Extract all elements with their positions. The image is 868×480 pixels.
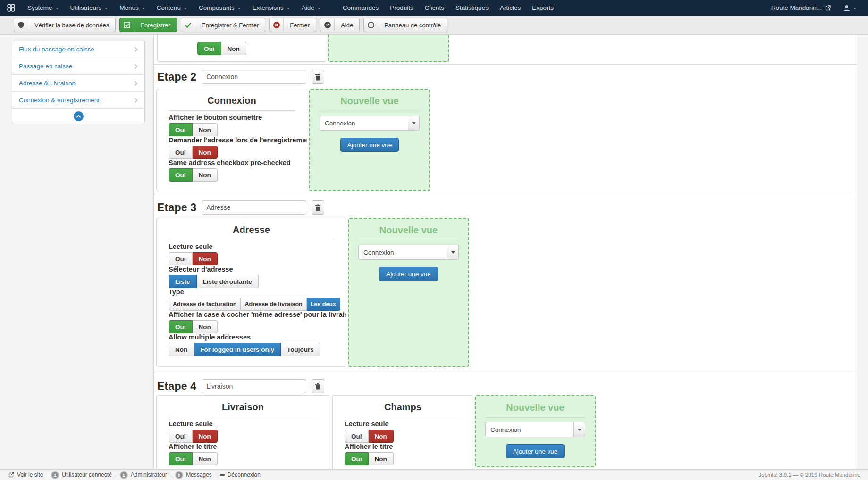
toggle-oui[interactable]: Oui [169, 252, 193, 265]
add-view-button[interactable]: Ajouter une vue [379, 267, 438, 281]
delete-step-4-button[interactable] [312, 379, 324, 393]
verify-database-button[interactable]: Vérifier la base de données [14, 18, 116, 32]
settings-rows: Afficher le bouton soumettreOuiNonDemand… [169, 111, 295, 182]
toggle-group: OuiNon [345, 430, 394, 443]
toggle-adresse-de-facturation[interactable]: Adresse de facturation [169, 298, 241, 311]
toggle-group: OuiNon [169, 452, 218, 465]
toggle-liste[interactable]: Liste [169, 275, 197, 288]
toggle-oui[interactable]: Oui [345, 430, 369, 443]
toggle-adresse-de-livraison[interactable]: Adresse de livraison [241, 298, 306, 311]
toggle-non[interactable]: Non [193, 252, 218, 265]
help-button[interactable]: ? Aide [320, 18, 360, 32]
add-view-button[interactable]: Ajouter une vue [506, 444, 565, 458]
sidebar-collapse-button[interactable] [12, 109, 144, 124]
menu-exports[interactable]: Exports [526, 0, 559, 16]
view-select-caret-button[interactable] [408, 116, 420, 131]
toggle-oui[interactable]: Oui [169, 452, 193, 465]
menu-clients[interactable]: Clients [419, 0, 450, 16]
view-select-value[interactable]: Connexion [320, 116, 408, 131]
setting-row: TypeAdresse de facturationAdresse de liv… [169, 288, 334, 311]
step-2-title: Etape 2 [157, 71, 196, 83]
toggle-oui[interactable]: Oui [345, 452, 369, 465]
delete-step-3-button[interactable] [312, 200, 324, 215]
site-preview-link[interactable]: Route Mandarin... [766, 0, 836, 16]
toggle-oui[interactable]: Oui [197, 42, 221, 55]
status-administrateur: 1Administrateur [116, 471, 171, 479]
sidebar-item-passage-en-caisse[interactable]: Passage en caisse [12, 58, 144, 75]
menu-articles[interactable]: Articles [494, 0, 526, 16]
delete-step-2-button[interactable] [312, 70, 324, 84]
menu-composants[interactable]: Composants [193, 0, 247, 16]
view-select: Connexion [320, 116, 420, 131]
panel-title: Adresse [169, 224, 334, 235]
toggle-toujours[interactable]: Toujours [281, 343, 320, 356]
control-panel-button[interactable]: Panneau de contrôle [363, 18, 447, 32]
toggle-non[interactable]: Non [221, 42, 246, 55]
view-select-caret-button[interactable] [574, 422, 585, 437]
menu-label: Produits [390, 4, 413, 11]
toggle-group: OuiNon [169, 320, 218, 333]
step-4-name-input[interactable] [202, 379, 306, 393]
menu-utilisateurs[interactable]: Utilisateurs [65, 0, 114, 16]
sidebar-item-label: Flux du passage en caisse [19, 46, 94, 53]
view-select-value[interactable]: Connexion [485, 422, 574, 437]
toggle-non[interactable]: Non [369, 452, 394, 465]
toggle-group: OuiNon [197, 42, 246, 55]
save-and-close-button[interactable]: Enregistrer & Fermer [181, 18, 265, 32]
help-circle-icon: ? [320, 18, 335, 32]
toggle-oui[interactable]: Oui [169, 123, 193, 136]
setting-label: Sélecteur d'adresse [169, 265, 334, 273]
view-site-label: Voir le site [17, 472, 43, 478]
trash-icon [315, 74, 321, 81]
logout-link[interactable]: Déconnexion [216, 472, 264, 478]
sidebar-item-adresse-livraison[interactable]: Adresse & Livraison [12, 75, 144, 92]
setting-label: Same address checkbox pre-checked [169, 159, 295, 167]
sidebar-item-flux-du-passage-en-caisse[interactable]: Flux du passage en caisse [12, 41, 144, 58]
step-2-name-input[interactable] [202, 70, 306, 84]
sidebar-item-label: Passage en caisse [19, 63, 72, 70]
menu-extensions[interactable]: Extensions [247, 0, 296, 16]
toggle-oui[interactable]: Oui [169, 320, 193, 333]
view-select-caret-button[interactable] [447, 245, 459, 260]
setting-label: Afficher le titre [169, 443, 317, 451]
toggle-non[interactable]: Non [193, 430, 218, 443]
joomla-logo-icon[interactable] [0, 0, 22, 16]
menu-produits[interactable]: Produits [384, 0, 419, 16]
count-badge: 0 [175, 471, 183, 479]
toggle-liste-d-roulante[interactable]: Liste déroulante [197, 275, 259, 288]
power-circle-icon [364, 18, 378, 32]
toggle-oui[interactable]: Oui [169, 146, 193, 159]
joomla-admin-app: SystèmeUtilisateursMenusContenuComposant… [0, 0, 868, 480]
toggle-for-logged-in-users-only[interactable]: For logged in users only [194, 343, 281, 356]
sidebar-item-connexion-enregistrement[interactable]: Connexion & enregistrement [12, 92, 144, 109]
menu-statistiques[interactable]: Statistiques [450, 0, 494, 16]
toggle-oui[interactable]: Oui [169, 430, 193, 443]
toggle-non[interactable]: Non [193, 452, 218, 465]
save-button[interactable]: Enregistrer [119, 18, 177, 32]
menu-contenu[interactable]: Contenu [151, 0, 193, 16]
toggle-les-deux[interactable]: Les deux [307, 298, 340, 311]
toggle-non[interactable]: Non [193, 146, 218, 159]
menu-commandes[interactable]: Commandes [337, 0, 385, 16]
toggle-oui[interactable]: Oui [169, 168, 193, 182]
menu-menus[interactable]: Menus [114, 0, 151, 16]
toggle-non[interactable]: Non [193, 123, 218, 136]
user-menu[interactable] [836, 0, 863, 16]
sidebar: Flux du passage en caissePassage en cais… [12, 41, 145, 124]
menu-label: Statistiques [455, 4, 489, 11]
toggle-non[interactable]: Non [193, 320, 218, 333]
view-select-value[interactable]: Connexion [358, 245, 447, 260]
menu-aide[interactable]: Aide [296, 0, 327, 16]
status-label: Administrateur [131, 472, 167, 478]
view-site-link[interactable]: Voir le site [5, 472, 47, 478]
step-3-name-input[interactable] [202, 200, 306, 215]
toggle-non[interactable]: Non [369, 430, 394, 443]
close-button[interactable]: Fermer [269, 18, 316, 32]
menu-syst-me[interactable]: Système [22, 0, 65, 16]
add-view-button[interactable]: Ajouter une vue [340, 138, 399, 152]
toggle-non[interactable]: Non [169, 343, 194, 356]
setting-label: Lecture seule [169, 420, 317, 428]
toggle-non[interactable]: Non [193, 168, 218, 182]
toolbar: Vérifier la base de données Enregistrer … [0, 16, 868, 35]
setting-row: Afficher la case à cocher 'même adresse'… [169, 311, 334, 333]
